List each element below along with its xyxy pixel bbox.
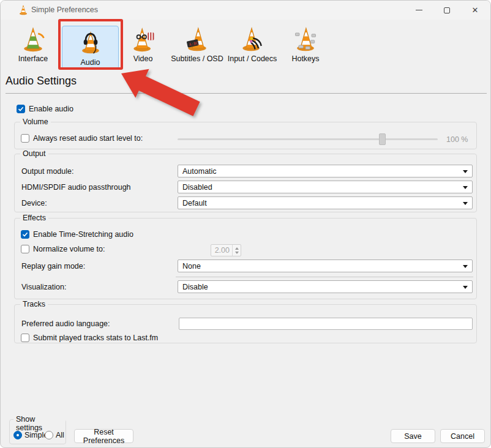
enable-audio-label: Enable audio [29,105,73,113]
output-module-dropdown[interactable]: Automatic [178,165,473,177]
checkbox-unchecked-icon [21,134,29,143]
normalize-volume-spinner[interactable]: 2.00 [211,244,241,256]
replay-gain-label: Replay gain mode: [21,262,85,271]
tab-video[interactable]: Video [126,25,160,63]
vlc-cone-input-codecs-icon [238,25,266,53]
time-stretching-checkbox[interactable]: Enable Time-Stretching audio [21,230,133,239]
output-group-title: Output [20,149,48,158]
slider-handle[interactable] [379,133,386,145]
volume-group: Volume Always reset audio start level to… [14,122,477,149]
tab-hotkeys[interactable]: Hotkeys [288,25,323,63]
show-settings-group: Show settings Simple All [9,419,66,444]
heading-divider [6,93,487,94]
maximize-button[interactable] [433,1,461,20]
hdmi-spdif-dropdown[interactable]: Disabled [178,181,473,193]
chevron-down-icon [463,186,468,189]
spinner-down-icon[interactable] [235,252,239,254]
visualization-dropdown[interactable]: Disable [178,280,473,293]
tracks-group: Tracks Preferred audio language: Submit … [14,304,477,343]
titlebar: Simple Preferences ✕ [1,1,490,20]
chevron-down-icon [463,286,468,289]
show-settings-title: Show settings [13,415,66,432]
replay-gain-dropdown[interactable]: None [178,259,473,272]
radio-all[interactable]: All [45,431,64,439]
tracks-group-title: Tracks [20,300,48,308]
preferences-toolbar: Interface Aud [1,23,490,73]
radio-all-label: All [56,431,64,439]
reset-preferences-button[interactable]: Reset Preferences [74,429,133,443]
slider-track [178,138,438,140]
vlc-cone-subtitles-icon: A:BC [183,25,211,53]
radio-unselected-icon [45,431,53,439]
radio-selected-icon [13,431,22,439]
output-group: Output Output module: Automatic HDMI/SPD… [14,154,477,212]
vlc-cone-icon [18,4,29,18]
audio-level-value: 100 % [446,135,468,144]
replay-gain-value: None [182,262,201,271]
vlc-cone-hotkeys-icon [291,25,320,53]
normalize-volume-value: 2.00 [211,246,232,255]
chevron-down-icon [463,202,468,205]
tab-interface-label: Interface [18,54,48,63]
checkbox-checked-icon [17,105,25,113]
visualization-label: Visualization: [21,283,66,291]
close-button[interactable]: ✕ [461,1,489,20]
tab-interface[interactable]: Interface [13,25,53,63]
reset-audio-level-label: Always reset audio start level to: [33,134,143,143]
device-label: Device: [21,199,47,207]
checkbox-unchecked-icon [21,245,29,253]
effects-group: Effects Enable Time-Stretching audio Nor… [14,218,477,299]
lastfm-label: Submit played tracks stats to Last.fm [33,334,158,342]
tab-subtitles-osd[interactable]: A:BC Subtitles / OSD [172,25,222,63]
output-module-value: Automatic [182,167,217,176]
time-stretching-label: Enable Time-Stretching audio [33,230,133,239]
radio-simple[interactable]: Simple [13,431,48,439]
visualization-value: Disable [182,283,208,291]
checkbox-unchecked-icon [21,334,29,342]
preferred-language-input[interactable] [179,318,473,330]
hdmi-spdif-label: HDMI/SPDIF audio passthrough [21,183,131,192]
minimize-button[interactable] [405,1,433,20]
output-module-label: Output module: [21,167,73,176]
normalize-volume-checkbox[interactable]: Normalize volume to: [21,245,105,253]
volume-group-title: Volume [20,118,51,126]
tab-audio[interactable]: Audio [62,26,119,69]
audio-level-slider[interactable] [178,133,438,145]
tab-audio-label: Audio [81,58,100,67]
effects-group-title: Effects [20,214,48,222]
vlc-cone-interface-icon [19,25,47,53]
preferred-language-label: Preferred audio language: [21,319,110,328]
chevron-down-icon [463,170,468,173]
reset-audio-level-checkbox[interactable]: Always reset audio start level to: [21,134,143,143]
tab-input-codecs[interactable]: Input / Codecs [230,25,275,63]
vlc-cone-video-icon [129,25,157,53]
device-dropdown[interactable]: Default [178,196,473,209]
page-title: Audio Settings [6,75,77,88]
simple-preferences-window: Simple Preferences ✕ Interf [0,0,491,448]
lastfm-checkbox[interactable]: Submit played tracks stats to Last.fm [21,334,158,342]
device-value: Default [182,199,207,207]
tab-hotkeys-label: Hotkeys [291,54,319,63]
window-title: Simple Preferences [31,6,98,14]
vlc-cone-audio-icon [77,28,104,58]
effects-separator [176,277,473,277]
tab-input-codecs-label: Input / Codecs [228,54,277,63]
spinner-buttons[interactable] [232,245,241,256]
enable-audio-checkbox[interactable]: Enable audio [17,105,73,113]
chevron-down-icon [463,265,468,268]
save-button[interactable]: Save [391,429,435,443]
normalize-volume-label: Normalize volume to: [33,245,105,253]
hdmi-spdif-value: Disabled [182,183,212,192]
tab-video-label: Video [133,54,153,63]
checkbox-checked-icon [21,230,29,239]
tab-subtitles-osd-label: Subtitles / OSD [171,54,223,63]
spinner-up-icon[interactable] [235,247,239,250]
cancel-button[interactable]: Cancel [440,429,485,443]
